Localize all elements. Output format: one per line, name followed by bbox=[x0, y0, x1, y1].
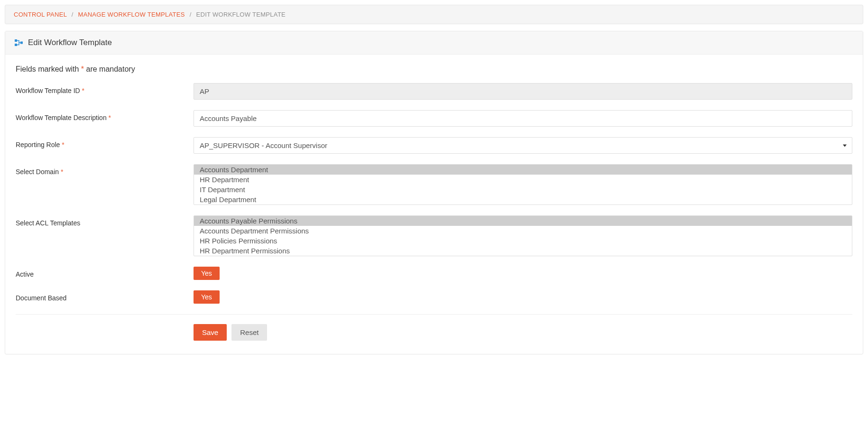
template-desc-input[interactable] bbox=[194, 110, 852, 127]
label-text: Select ACL Templates bbox=[16, 219, 80, 227]
label-reporting-role: Reporting Role * bbox=[16, 137, 194, 149]
label-active: Active bbox=[16, 267, 194, 278]
svg-rect-2 bbox=[20, 42, 23, 44]
breadcrumb-link-control-panel[interactable]: CONTROL PANEL bbox=[14, 11, 67, 18]
panel-title: Edit Workflow Template bbox=[28, 38, 112, 47]
document-based-toggle[interactable]: Yes bbox=[194, 290, 220, 304]
svg-rect-0 bbox=[15, 39, 17, 42]
label-text: Workflow Template ID bbox=[16, 87, 80, 94]
breadcrumb-separator: / bbox=[190, 11, 192, 18]
list-item[interactable]: HR Department bbox=[194, 175, 852, 185]
label-text: Active bbox=[16, 270, 34, 278]
row-template-desc: Workflow Template Description * bbox=[16, 110, 852, 127]
list-item[interactable]: HR Policies Permissions bbox=[194, 236, 852, 246]
template-id-input bbox=[194, 83, 852, 100]
row-document-based: Document Based Yes bbox=[16, 290, 852, 304]
list-item[interactable]: Accounts Payable Permissions bbox=[194, 216, 852, 226]
list-item[interactable]: Legal Department bbox=[194, 195, 852, 204]
active-toggle[interactable]: Yes bbox=[194, 267, 220, 280]
panel-body: Fields marked with * are mandatory Workf… bbox=[5, 55, 863, 354]
select-domain-multiselect[interactable]: Accounts Department HR Department IT Dep… bbox=[194, 164, 852, 205]
label-select-domain: Select Domain * bbox=[16, 164, 194, 176]
list-item[interactable]: IT Department bbox=[194, 185, 852, 195]
mandatory-note-suffix: are mandatory bbox=[84, 65, 135, 73]
panel-header: Edit Workflow Template bbox=[5, 31, 863, 55]
label-template-desc: Workflow Template Description * bbox=[16, 110, 194, 121]
save-button[interactable]: Save bbox=[194, 324, 227, 341]
breadcrumb-link-manage-workflow-templates[interactable]: MANAGE WORKFLOW TEMPLATES bbox=[78, 11, 185, 18]
svg-rect-1 bbox=[15, 44, 17, 46]
label-document-based: Document Based bbox=[16, 290, 194, 302]
reset-button[interactable]: Reset bbox=[231, 324, 267, 341]
breadcrumb-current: EDIT WORKFLOW TEMPLATE bbox=[196, 11, 286, 18]
mandatory-note: Fields marked with * are mandatory bbox=[16, 65, 852, 74]
edit-workflow-panel: Edit Workflow Template Fields marked wit… bbox=[5, 31, 863, 354]
label-text: Workflow Template Description bbox=[16, 114, 107, 121]
list-item[interactable]: HR Department Permissions bbox=[194, 246, 852, 256]
required-star-icon: * bbox=[61, 168, 63, 176]
workflow-icon bbox=[15, 38, 23, 47]
required-star-icon: * bbox=[62, 141, 64, 149]
label-text: Reporting Role bbox=[16, 141, 60, 149]
label-text: Select Domain bbox=[16, 168, 59, 176]
form-actions: Save Reset bbox=[194, 324, 852, 341]
label-select-acl: Select ACL Templates bbox=[16, 215, 194, 227]
list-item[interactable]: Accounts Department bbox=[194, 165, 852, 175]
breadcrumb: CONTROL PANEL / MANAGE WORKFLOW TEMPLATE… bbox=[5, 5, 863, 24]
row-active: Active Yes bbox=[16, 267, 852, 280]
row-template-id: Workflow Template ID * bbox=[16, 83, 852, 100]
required-star-icon: * bbox=[82, 87, 84, 94]
mandatory-note-prefix: Fields marked with bbox=[16, 65, 81, 73]
required-star-icon: * bbox=[109, 114, 111, 121]
list-item[interactable]: Accounts Department Permissions bbox=[194, 226, 852, 236]
breadcrumb-separator: / bbox=[72, 11, 74, 18]
row-reporting-role: Reporting Role * AP_SUPERVISOR - Account… bbox=[16, 137, 852, 154]
row-select-acl: Select ACL Templates Accounts Payable Pe… bbox=[16, 215, 852, 256]
label-template-id: Workflow Template ID * bbox=[16, 83, 194, 94]
divider bbox=[16, 314, 852, 315]
label-text: Document Based bbox=[16, 294, 66, 302]
select-acl-multiselect[interactable]: Accounts Payable Permissions Accounts De… bbox=[194, 215, 852, 256]
row-select-domain: Select Domain * Accounts Department HR D… bbox=[16, 164, 852, 205]
reporting-role-select[interactable]: AP_SUPERVISOR - Account Supervisor bbox=[194, 137, 852, 154]
